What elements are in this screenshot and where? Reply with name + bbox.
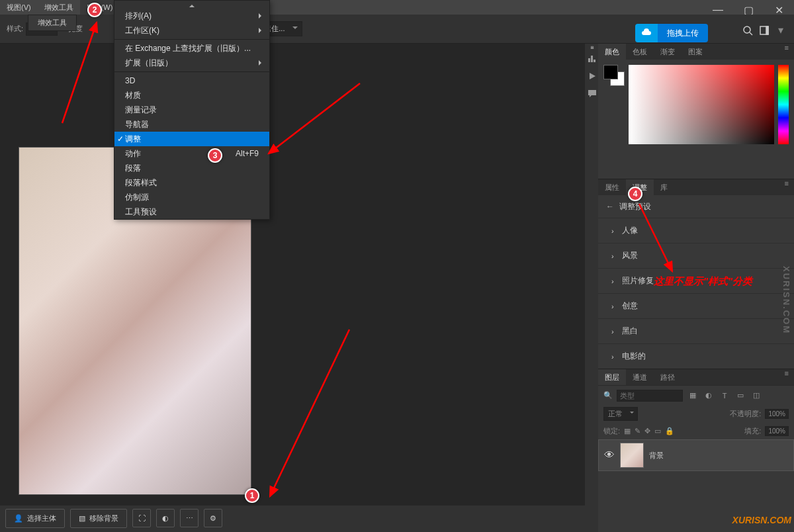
- preset-creative[interactable]: ›创意: [598, 293, 794, 318]
- collapse-panel-icon[interactable]: «: [586, 44, 598, 51]
- watermark-vertical: XURISN.COM: [781, 266, 791, 334]
- canvas-area[interactable]: [0, 44, 585, 506]
- menu-adjustments[interactable]: 调整: [114, 132, 269, 146]
- menu-actions[interactable]: 动作Alt+F9: [114, 146, 269, 161]
- tab-properties[interactable]: 属性: [598, 179, 626, 195]
- annotation-badge-1: 1: [245, 488, 259, 503]
- tab-patterns[interactable]: 图案: [682, 44, 709, 60]
- menu-material[interactable]: 材质: [114, 88, 269, 103]
- annotation-badge-3: 3: [208, 148, 222, 163]
- remove-bg-button[interactable]: ▧移除背景: [70, 509, 127, 528]
- filter-tool-item[interactable]: 增效工具: [28, 15, 77, 31]
- tab-channels[interactable]: 通道: [626, 369, 654, 385]
- menu-workspace[interactable]: 工作区(K): [114, 23, 269, 38]
- annotation-text: 这里不显示"样式"分类: [654, 275, 752, 288]
- svg-rect-4: [591, 56, 593, 62]
- menu-tool-presets[interactable]: 工具预设: [114, 204, 269, 219]
- filter-pixel-icon[interactable]: ▦: [687, 391, 699, 400]
- lock-pos-icon[interactable]: ✥: [644, 427, 650, 435]
- transform-icon[interactable]: ⛶: [132, 509, 151, 527]
- menu-view[interactable]: 视图(V): [0, 0, 38, 15]
- tab-layers[interactable]: 图层: [598, 369, 626, 385]
- filter-adjust-icon[interactable]: ◐: [703, 391, 715, 400]
- menu-exchange[interactable]: 在 Exchange 上查找扩展（旧版）...: [114, 41, 269, 56]
- more-icon[interactable]: ⋯: [180, 509, 198, 527]
- adjust-icon[interactable]: ◐: [156, 509, 175, 527]
- tab-libraries[interactable]: 库: [654, 179, 674, 195]
- watermark: XURISN.COM: [732, 515, 791, 525]
- preset-cinematic[interactable]: ›电影的: [598, 343, 794, 369]
- layer-search[interactable]: [617, 390, 683, 402]
- preset-portrait[interactable]: ›人像: [598, 218, 794, 243]
- filter-type-icon[interactable]: T: [719, 392, 730, 400]
- menu-3d[interactable]: 3D: [114, 73, 269, 88]
- svg-rect-2: [766, 26, 768, 34]
- svg-rect-3: [588, 58, 590, 62]
- cloud-icon: [635, 24, 658, 42]
- search-icon[interactable]: [742, 25, 753, 36]
- tab-paths[interactable]: 路径: [654, 369, 682, 385]
- select-subject-button[interactable]: 👤选择主体: [5, 509, 65, 528]
- menu-extensions[interactable]: 扩展（旧版）: [114, 56, 269, 70]
- svg-rect-5: [594, 60, 596, 62]
- panel-menu-icon[interactable]: ≡: [779, 44, 794, 60]
- color-swatch[interactable]: [603, 65, 625, 86]
- settings-icon[interactable]: ⚙: [204, 509, 222, 527]
- opacity-value[interactable]: 100%: [765, 409, 789, 419]
- filter-smart-icon[interactable]: ◫: [750, 391, 762, 400]
- comment-icon[interactable]: [587, 89, 597, 98]
- layer-name[interactable]: 背景: [649, 451, 664, 461]
- svg-point-0: [744, 26, 750, 33]
- lock-all-icon[interactable]: 🔒: [665, 427, 674, 435]
- menu-filters[interactable]: 增效工具: [38, 0, 80, 15]
- tab-swatches[interactable]: 色板: [626, 44, 654, 60]
- visibility-icon[interactable]: 👁: [604, 449, 615, 461]
- lock-paint-icon[interactable]: ✎: [635, 427, 640, 435]
- fill-value[interactable]: 100%: [765, 426, 789, 436]
- menu-paragraph-styles[interactable]: 段落样式: [114, 175, 269, 190]
- histogram-icon[interactable]: [587, 53, 597, 64]
- preset-bw[interactable]: ›黑白: [598, 318, 794, 343]
- adjustment-presets-back[interactable]: ←调整预设: [598, 195, 794, 218]
- hue-slider[interactable]: [778, 65, 789, 144]
- layer-row[interactable]: 👁 背景: [598, 439, 794, 471]
- panel-menu-icon[interactable]: ≡: [779, 369, 794, 385]
- lock-art-icon[interactable]: ▭: [654, 427, 661, 435]
- tab-color[interactable]: 颜色: [598, 44, 626, 60]
- panel-menu-icon[interactable]: ≡: [779, 179, 794, 195]
- color-picker[interactable]: [629, 65, 774, 144]
- tab-gradients[interactable]: 渐变: [654, 44, 682, 60]
- window-menu: 排列(A) 工作区(K) 在 Exchange 上查找扩展（旧版）... 扩展（…: [114, 0, 270, 220]
- blend-mode[interactable]: 正常: [603, 407, 638, 421]
- play-icon[interactable]: [588, 71, 597, 81]
- menu-arrange[interactable]: 排列(A): [114, 9, 269, 23]
- style-label: 样式:: [7, 24, 23, 34]
- menu-clone-source[interactable]: 仿制源: [114, 190, 269, 204]
- annotation-badge-2: 2: [87, 3, 102, 17]
- menu-scroll-up[interactable]: [114, 1, 269, 9]
- workspace-icon[interactable]: [760, 26, 772, 35]
- annotation-badge-4: 4: [628, 187, 642, 201]
- upload-button[interactable]: 拖拽上传: [635, 24, 708, 42]
- lock-trans-icon[interactable]: ▦: [624, 427, 631, 435]
- menu-paragraph[interactable]: 段落: [114, 161, 269, 175]
- filter-shape-icon[interactable]: ▭: [734, 391, 746, 400]
- preset-landscape[interactable]: ›风景: [598, 243, 794, 268]
- layer-thumbnail[interactable]: [620, 443, 644, 468]
- menu-measure[interactable]: 测量记录: [114, 103, 269, 117]
- menu-navigator[interactable]: 导航器: [114, 117, 269, 132]
